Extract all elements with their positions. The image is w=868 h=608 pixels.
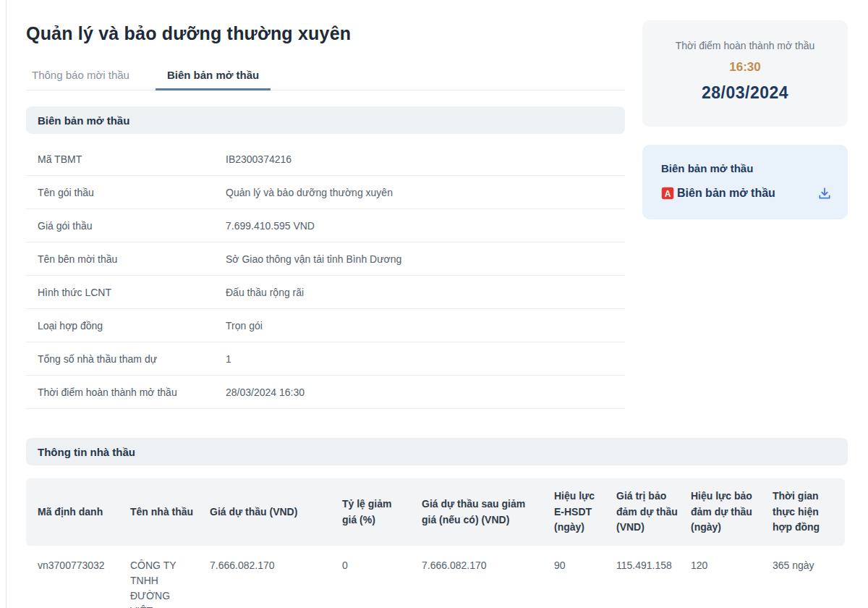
detail-value: 28/03/2024 16:30: [226, 387, 305, 398]
detail-row: Giá gói thầu 7.699.410.595 VND: [26, 209, 625, 242]
contractors-header-row: Mã định danhTên nhà thầuGiá dự thầu (VND…: [26, 478, 845, 546]
page-title: Quản lý và bảo dưỡng thường xuyên: [26, 23, 625, 44]
tab-bar: Thông báo mời thầu Biên bản mở thầu: [26, 63, 625, 90]
detail-label: Mã TBMT: [26, 153, 226, 165]
detail-row: Mã TBMT IB2300374216: [26, 143, 625, 176]
detail-row: Tên bên mời thầu Sở Giao thông vận tải t…: [26, 242, 625, 276]
contractors-table: Mã định danhTên nhà thầuGiá dự thầu (VND…: [26, 478, 845, 608]
contractor-cell: 120: [691, 546, 773, 608]
download-icon[interactable]: [817, 186, 832, 200]
detail-row: Loại hợp đồng Trọn gói: [26, 309, 625, 342]
detail-value: Đấu thầu rộng rãi: [226, 287, 304, 298]
svg-text:A: A: [665, 189, 671, 199]
bid-record-file-link[interactable]: Biên bản mở thầu: [677, 187, 775, 200]
contractor-cell: 0: [342, 546, 422, 608]
contractor-cell: 90: [554, 546, 616, 608]
column-header: Hiệu lực E-HSDT (ngày): [554, 478, 616, 546]
detail-value: 7.699.410.595 VND: [226, 220, 315, 232]
detail-label: Thời điểm hoàn thành mở thầu: [26, 387, 226, 398]
detail-value: Sở Giao thông vận tải tỉnh Bình Dương: [226, 253, 401, 265]
document-row: A Biên bản mở thầu: [661, 186, 832, 200]
tab-bien-ban-mo-thau[interactable]: Biên bản mở thầu: [156, 63, 271, 90]
detail-label: Loại hợp đồng: [26, 320, 226, 332]
detail-label: Giá gói thầu: [26, 220, 226, 232]
column-header: Giá dự thầu sau giảm giá (nếu có) (VND): [422, 478, 554, 546]
bid-record-section-header: Biên bản mở thầu: [26, 106, 625, 134]
detail-label: Tên gói thầu: [26, 187, 226, 198]
detail-row: Thời điểm hoàn thành mở thầu 28/03/2024 …: [26, 376, 625, 409]
contractor-row: vn3700773032CÔNG TY TNHH ĐƯỜNG VIỆT7.666…: [26, 546, 845, 608]
column-header: Hiệu lực bảo đảm dự thầu (ngày): [691, 478, 773, 546]
detail-label: Tổng số nhà thầu tham dự: [26, 353, 226, 365]
contractor-cell: 115.491.158: [616, 546, 691, 608]
column-header: Giá trị bảo đảm dự thầu (VND): [616, 478, 691, 546]
contractor-cell: vn3700773032: [26, 546, 130, 608]
column-header: Thời gian thực hiện hợp đồng: [773, 478, 845, 546]
contractor-cell: CÔNG TY TNHH ĐƯỜNG VIỆT: [130, 546, 210, 608]
detail-label: Tên bên mời thầu: [26, 253, 226, 265]
column-header: Mã định danh: [26, 478, 130, 546]
detail-value: Quản lý và bảo dưỡng thường xuyên: [226, 187, 393, 198]
contractors-section-header: Thông tin nhà thầu: [26, 438, 848, 465]
pdf-file-icon: A: [661, 187, 674, 200]
detail-value: Trọn gói: [226, 320, 263, 332]
column-header: Tỷ lệ giảm giá (%): [342, 478, 422, 546]
contractors-body: vn3700773032CÔNG TY TNHH ĐƯỜNG VIỆT7.666…: [26, 546, 845, 608]
tab-thong-bao-moi-thau[interactable]: Thông báo mời thầu: [26, 63, 140, 90]
detail-row: Tổng số nhà thầu tham dự 1: [26, 342, 625, 376]
contractor-cell: 7.666.082.170: [422, 546, 554, 608]
detail-row: Hình thức LCNT Đấu thầu rộng rãi: [26, 276, 625, 309]
detail-label: Hình thức LCNT: [26, 287, 226, 298]
bid-record-document-card: Biên bản mở thầu A Biên bản mở thầu: [642, 145, 848, 219]
detail-row: Tên gói thầu Quản lý và bảo dưỡng thường…: [26, 176, 625, 209]
completion-time-card: Thời điểm hoàn thành mở thầu 16:30 28/03…: [642, 20, 848, 127]
column-header: Tên nhà thầu: [130, 478, 210, 546]
detail-value: IB2300374216: [226, 153, 292, 165]
bid-record-list: Mã TBMT IB2300374216 Tên gói thầu Quản l…: [26, 143, 625, 409]
contractor-cell: 365 ngày: [773, 546, 845, 608]
bid-detail-page: Quản lý và bảo dưỡng thường xuyên Thông …: [0, 0, 868, 608]
contractor-cell: 7.666.082.170: [210, 546, 342, 608]
completion-date-value: 28/03/2024: [642, 83, 848, 103]
completion-time-label: Thời điểm hoàn thành mở thầu: [642, 40, 848, 51]
column-header: Giá dự thầu (VND): [210, 478, 342, 546]
detail-value: 1: [226, 353, 231, 365]
document-card-title: Biên bản mở thầu: [661, 162, 832, 174]
completion-time-value: 16:30: [642, 60, 848, 75]
